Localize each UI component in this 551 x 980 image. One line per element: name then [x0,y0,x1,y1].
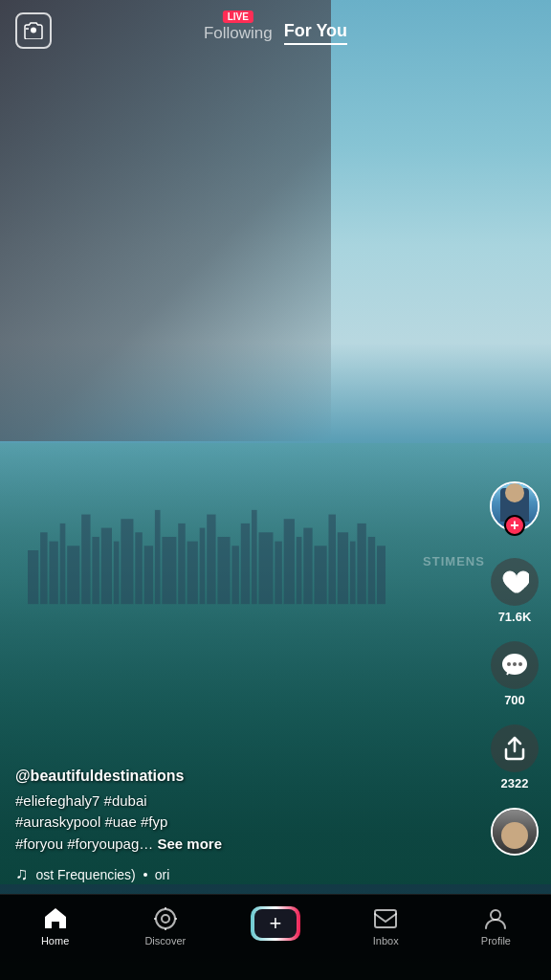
svg-point-45 [491,910,500,920]
see-more-button[interactable]: See more [157,835,222,852]
home-icon [43,906,68,931]
inbox-icon [373,906,398,931]
nav-label-profile: Profile [481,935,511,947]
svg-rect-13 [162,537,176,604]
svg-rect-4 [67,546,79,604]
comment-action[interactable]: 700 [491,641,539,707]
svg-rect-20 [241,523,250,604]
svg-rect-7 [101,527,112,604]
svg-rect-10 [135,532,142,604]
share-button[interactable] [491,724,539,772]
svg-rect-6 [92,537,99,604]
svg-point-37 [518,662,522,666]
nav-item-inbox[interactable]: Inbox [331,906,441,947]
nav-item-profile[interactable]: Profile [441,906,551,947]
music-note-icon: ♫ [15,864,29,884]
live-badge: LIVE [223,11,253,23]
video-watermark: STIMENS [423,554,485,568]
nav-item-add[interactable]: + [220,906,330,941]
like-count: 71.6K [498,610,532,624]
svg-rect-2 [49,542,57,605]
svg-rect-22 [258,532,273,604]
music-disc[interactable] [491,808,539,856]
svg-rect-23 [275,542,281,605]
nav-label-inbox: Inbox [373,935,399,947]
creator-avatar[interactable]: + [490,481,540,531]
share-count: 2322 [501,776,529,791]
svg-rect-5 [81,514,90,604]
svg-rect-21 [252,510,257,604]
svg-point-38 [156,909,175,928]
hashtag-line1: #eliefeghaly7 #dubai [15,792,147,809]
svg-rect-17 [207,514,215,604]
right-actions: + 71.6K 700 [490,481,540,856]
nav-label-home: Home [41,935,69,947]
svg-rect-24 [283,519,294,604]
svg-rect-32 [367,537,374,604]
nav-item-home[interactable]: Home [0,906,110,947]
following-tab[interactable]: LIVE Following [204,18,273,43]
hashtag-line3: #foryou #foryoupag… [15,835,157,852]
profile-icon [483,906,508,931]
hashtag-line2: #auraskypool #uae #fyp [15,813,167,830]
svg-rect-11 [143,546,152,604]
bottom-navigation: Home Discover + Inbox Profile [0,894,551,980]
create-button-inner: + [254,909,297,938]
comment-count: 700 [504,693,525,707]
music-info: ♫ ost Frequencies) ori [15,864,474,884]
svg-rect-29 [338,532,348,604]
svg-rect-31 [357,523,365,604]
like-action[interactable]: 71.6K [491,558,539,624]
comment-button[interactable] [491,641,539,689]
music-origin: ori [155,867,170,882]
svg-rect-19 [231,546,238,604]
svg-rect-26 [303,527,312,604]
svg-rect-30 [350,542,356,605]
nav-center: LIVE Following For You [204,15,347,45]
svg-rect-0 [28,550,38,604]
svg-rect-28 [328,514,335,604]
nav-item-discover[interactable]: Discover [110,906,220,947]
following-label: Following [204,24,273,43]
svg-rect-18 [217,537,230,604]
svg-rect-15 [187,542,197,605]
architecture-overlay [0,0,331,441]
svg-point-35 [507,662,511,666]
svg-rect-3 [59,523,65,604]
svg-rect-33 [377,546,386,604]
hashtag-text: #eliefeghaly7 #dubai #auraskypool #uae #… [15,791,474,856]
svg-rect-44 [375,910,396,927]
nav-label-discover: Discover [144,935,186,947]
svg-rect-1 [40,532,47,604]
top-navigation: LIVE Following For You [0,0,551,53]
skyline-silhouette [28,493,386,608]
create-button[interactable]: + [251,906,300,941]
discover-icon [153,906,178,931]
svg-rect-9 [121,519,133,604]
svg-point-36 [513,662,517,666]
music-separator [143,873,147,877]
video-caption: @beautifuldestinations #eliefeghaly7 #du… [15,768,474,885]
foryou-label[interactable]: For You [284,21,347,45]
svg-rect-16 [200,527,206,604]
share-action[interactable]: 2322 [491,724,539,791]
music-text: ost Frequencies) [36,867,136,882]
svg-rect-12 [155,510,161,604]
creator-username[interactable]: @beautifuldestinations [15,768,474,785]
svg-rect-14 [178,523,185,604]
svg-rect-25 [297,537,302,604]
camera-button[interactable] [15,12,52,49]
svg-rect-27 [314,546,326,604]
like-button[interactable] [491,558,539,606]
svg-rect-8 [114,542,120,605]
follow-button[interactable]: + [504,515,525,536]
svg-point-39 [162,915,169,923]
